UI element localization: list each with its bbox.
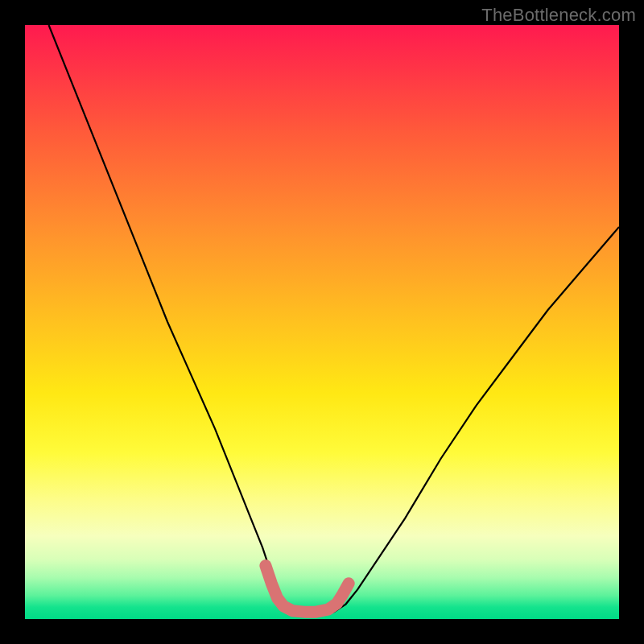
chart-svg [25, 25, 619, 619]
plot-area [25, 25, 619, 619]
watermark-text: TheBottleneck.com [481, 5, 636, 26]
chart-frame: TheBottleneck.com [0, 0, 644, 644]
series-curve [49, 25, 619, 613]
series-markers [266, 566, 349, 613]
